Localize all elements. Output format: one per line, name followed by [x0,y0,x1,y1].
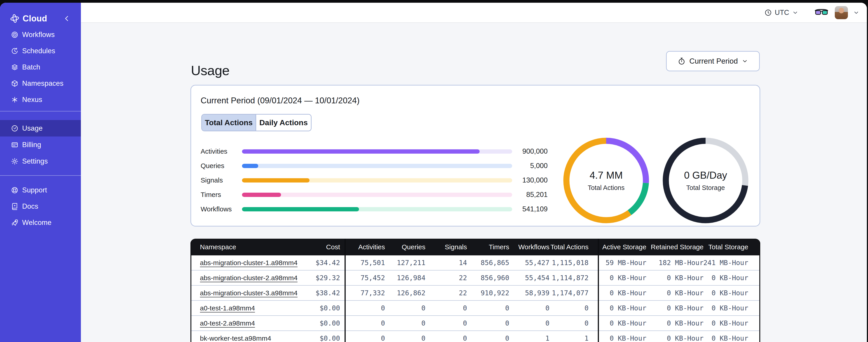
sidebar-item-billing[interactable]: Billing [0,136,81,153]
column-header-active-storage: Active Storage [599,243,651,251]
cell-signals: 14 [430,259,471,267]
column-header-signals: Signals [430,243,471,251]
donut-label: Total Actions [588,184,625,192]
bar-label: Timers [200,191,242,199]
sidebar-divider [0,111,81,111]
cell-cost: $29.32 [260,274,344,282]
cell-retained-storage: 0 KB-Hour [651,304,708,312]
cell-retained-storage: 0 KB-Hour [651,274,708,282]
cell-timers: 0 [471,334,514,342]
sidebar-item-label: Docs [22,202,38,210]
cell-queries: 126,862 [390,289,430,297]
table-row: a0-test-1.a98mm4$0.000000000 KB-Hour0 KB… [190,300,760,315]
schedules-icon [11,47,19,55]
table-right-border [759,239,760,342]
docs-icon [11,203,19,210]
cell-cost: $0.00 [260,304,344,312]
bar-fill [242,193,281,197]
sidebar-item-schedules[interactable]: Schedules [0,43,81,59]
cell-cost: $0.00 [260,319,344,327]
tab-total-actions[interactable]: Total Actions [202,114,256,131]
cell-queries: 0 [390,334,430,342]
table-header-row: NamespaceCostActivitiesQueriesSignalsTim… [190,239,760,255]
cell-total-storage: 0 KB-Hour [708,319,753,327]
cell-active-storage: 59 MB-Hour [599,259,651,267]
main-content: Usage Current Period Current Period (09/… [81,23,867,342]
cell-retained-storage: 0 KB-Hour [651,334,708,342]
table-row: abs-migration-cluster-2.a98mm4$29.3275,4… [190,270,760,285]
chevron-down-icon[interactable] [853,9,860,16]
cell-activities: 0 [346,319,390,327]
cell-total-actions: 1,115,018 [554,259,593,267]
column-header-total-actions: Total Actions [554,243,593,251]
cell-signals: 22 [430,274,471,282]
sidebar: Cloud WorkflowsSchedulesBatchNamespacesN… [0,3,81,342]
cell-total-storage: 241 MB-Hour [708,259,753,267]
column-separator [344,239,346,342]
cell-workflows: 1 [514,334,554,342]
bar-track [242,207,512,211]
topbar: UTC [81,3,867,23]
sidebar-item-settings[interactable]: Settings [0,153,81,169]
usage-icon [11,125,19,132]
app-window: Cloud WorkflowsSchedulesBatchNamespacesN… [0,3,867,342]
sidebar-item-welcome[interactable]: Welcome [0,214,81,231]
sidebar-group-account: UsageBillingSettings [0,120,81,169]
namespace-link[interactable]: a0-test-2.a98mm4 [200,319,255,327]
chevron-left-icon[interactable] [63,14,71,23]
cell-signals: 0 [430,304,471,312]
period-select-button[interactable]: Current Period [666,51,760,71]
sidebar-item-label: Support [22,186,47,194]
bar-label: Workflows [200,205,242,213]
cell-timers: 910,922 [471,289,514,297]
namespace-cell: abs-migration-cluster-3.a98mm4 [190,289,260,297]
sidebar-item-label: Usage [22,124,43,132]
bar-fill [242,149,479,153]
sidebar-item-workflows[interactable]: Workflows [0,27,81,43]
column-separator [598,239,599,342]
sidebar-item-nexus[interactable]: Nexus [0,92,81,108]
column-header-total-storage: Total Storage [708,243,753,251]
cell-retained-storage: 0 KB-Hour [651,319,708,327]
chevron-down-icon [792,9,799,16]
bar-label: Queries [200,162,242,170]
cell-activities: 77,332 [346,289,390,297]
bar-value: 5,000 [512,162,548,170]
sidebar-item-batch[interactable]: Batch [0,59,81,75]
sidebar-item-namespaces[interactable]: Namespaces [0,75,81,92]
bar-value: 541,109 [512,205,548,213]
tab-daily-actions[interactable]: Daily Actions [256,114,311,131]
sidebar-group-main: WorkflowsSchedulesBatchNamespacesNexus [0,27,81,108]
bar-track [242,164,512,168]
namespace-cell: a0-test-1.a98mm4 [190,304,260,312]
column-header-cost: Cost [260,243,344,251]
namespace-cell: a0-test-2.a98mm4 [190,319,260,327]
table-row: abs-migration-cluster-1.a98mm4$34.4275,5… [190,255,760,270]
cell-total-storage: 0 KB-Hour [708,289,753,297]
total-storage-donut: 0 GB/Day Total Storage [663,138,748,223]
namespaces-icon [11,80,19,87]
sidebar-item-support[interactable]: Support [0,182,81,198]
table-row: abs-migration-cluster-3.a98mm4$38.4277,3… [190,285,760,300]
cell-retained-storage: 182 MB-Hour [651,259,708,267]
column-header-namespace: Namespace [190,243,260,251]
avatar[interactable] [835,6,848,19]
donut-value: 0 GB/Day [684,170,727,181]
cell-total-actions: 0 [554,304,593,312]
sidebar-item-usage[interactable]: Usage [0,120,81,136]
bar-track [242,149,512,153]
cell-signals: 0 [430,319,471,327]
sidebar-item-docs[interactable]: Docs [0,198,81,214]
cell-workflows: 55,454 [514,274,554,282]
timezone-selector[interactable]: UTC [764,8,799,17]
column-header-retained-storage: Retained Storage [651,243,708,251]
bar-label: Signals [200,176,242,184]
column-header-queries: Queries [390,243,430,251]
bar-track [242,193,512,197]
namespace-usage-table: NamespaceCostActivitiesQueriesSignalsTim… [190,239,760,342]
cell-total-actions: 1,174,077 [554,289,593,297]
cell-queries: 126,984 [390,274,430,282]
cell-total-storage: 0 KB-Hour [708,304,753,312]
namespace-link[interactable]: a0-test-1.a98mm4 [200,304,255,312]
glasses-icon[interactable] [814,8,829,17]
